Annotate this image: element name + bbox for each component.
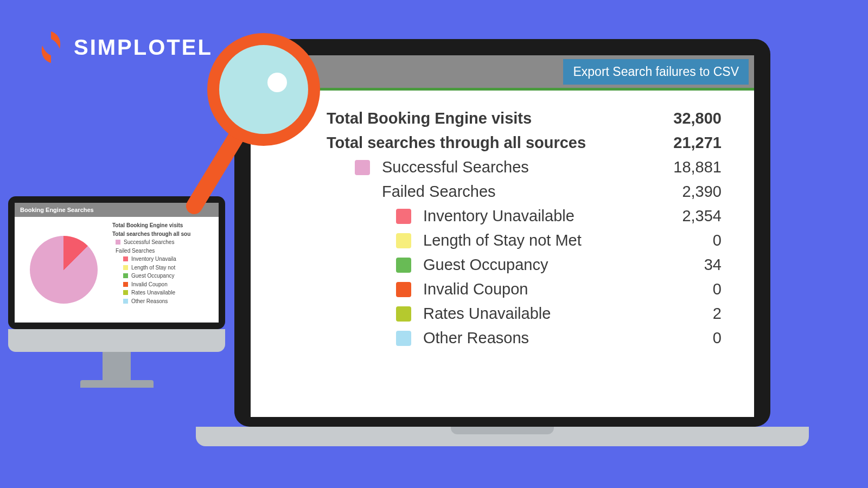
swatch-icon xyxy=(123,273,128,278)
failed-label: Failed Searches xyxy=(382,183,496,201)
reason-value: 2 xyxy=(713,305,722,323)
imac-failed-label: Failed Searches xyxy=(112,247,219,255)
imac-reason-row: Invalid Coupon xyxy=(112,280,219,289)
imac-total-searches-label: Total searches through all sou xyxy=(112,230,219,239)
reason-label: Other Reasons xyxy=(423,329,529,347)
swatch-icon xyxy=(396,306,411,322)
swatch-icon xyxy=(123,299,128,304)
imac-reason-label: Invalid Coupon xyxy=(131,280,168,289)
imac-reason-label: Inventory Unavaila xyxy=(131,255,176,264)
imac-total-visits-label: Total Booking Engine visits xyxy=(112,221,219,230)
failed-value: 2,390 xyxy=(682,183,722,201)
reason-row: Invalid Coupon0 xyxy=(327,280,722,298)
brand-logo: SIMPLOTEL xyxy=(38,31,213,63)
swatch-icon xyxy=(123,290,128,295)
reason-value: 0 xyxy=(713,280,722,298)
reason-label: Length of Stay not Met xyxy=(423,232,582,249)
reason-row: Guest Occupancy34 xyxy=(327,256,722,274)
brand-name: SIMPLOTEL xyxy=(74,35,213,60)
imac-legend: Total Booking Engine visits Total search… xyxy=(112,217,219,322)
reason-label: Rates Unavailable xyxy=(423,305,551,323)
swatch-icon xyxy=(123,256,128,261)
reason-value: 0 xyxy=(713,329,722,347)
stats-content: Total Booking Engine visits 32,800 Total… xyxy=(251,91,754,364)
imac-successful-label: Successful Searches xyxy=(124,238,174,247)
imac-preview: Booking Engine Searches Total Booking En… xyxy=(8,196,225,388)
imac-reason-row: Rates Unavailable xyxy=(112,288,219,297)
imac-reason-row: Other Reasons xyxy=(112,297,219,306)
swatch-icon xyxy=(396,282,411,297)
imac-reason-label: Other Reasons xyxy=(131,297,168,306)
total-searches-label: Total searches through all sources xyxy=(327,134,586,152)
laptop-view: Export Search failures to CSV Total Book… xyxy=(234,39,809,446)
swatch-icon xyxy=(396,258,411,273)
total-visits-value: 32,800 xyxy=(673,110,722,127)
total-searches-value: 21,271 xyxy=(673,134,722,152)
imac-reason-row: Length of Stay not xyxy=(112,264,219,272)
reason-value: 34 xyxy=(704,256,722,274)
reason-row: Rates Unavailable2 xyxy=(327,305,722,323)
swatch-icon xyxy=(396,233,411,248)
swatch-icon xyxy=(396,331,411,346)
reason-row: Other Reasons0 xyxy=(327,329,722,347)
laptop-topbar: Export Search failures to CSV xyxy=(251,55,754,88)
imac-reason-label: Rates Unavailable xyxy=(131,288,175,297)
swatch-successful-icon xyxy=(355,160,370,175)
reason-value: 0 xyxy=(713,232,722,249)
reason-value: 2,354 xyxy=(682,207,722,225)
imac-reason-label: Guest Occupancy xyxy=(131,272,174,280)
reason-label: Guest Occupancy xyxy=(423,256,548,274)
imac-header-title: Booking Engine Searches xyxy=(15,203,219,217)
swatch-icon xyxy=(396,209,411,224)
successful-label: Successful Searches xyxy=(382,158,529,176)
reason-label: Invalid Coupon xyxy=(423,280,528,298)
export-csv-button[interactable]: Export Search failures to CSV xyxy=(563,59,749,85)
reason-label: Inventory Unavailable xyxy=(423,207,575,225)
reason-row: Length of Stay not Met0 xyxy=(327,232,722,249)
swatch-icon xyxy=(123,282,128,287)
imac-reason-row: Inventory Unavaila xyxy=(112,255,219,264)
imac-reason-row: Guest Occupancy xyxy=(112,272,219,280)
laptop-base xyxy=(196,427,809,446)
pie-chart xyxy=(30,236,98,304)
total-visits-label: Total Booking Engine visits xyxy=(327,110,532,127)
reason-row: Inventory Unavailable2,354 xyxy=(327,207,722,225)
successful-value: 18,881 xyxy=(673,158,722,176)
imac-reason-label: Length of Stay not xyxy=(131,264,175,272)
brand-logo-icon xyxy=(38,31,64,63)
swatch-successful-icon xyxy=(116,240,120,245)
swatch-icon xyxy=(123,265,128,270)
